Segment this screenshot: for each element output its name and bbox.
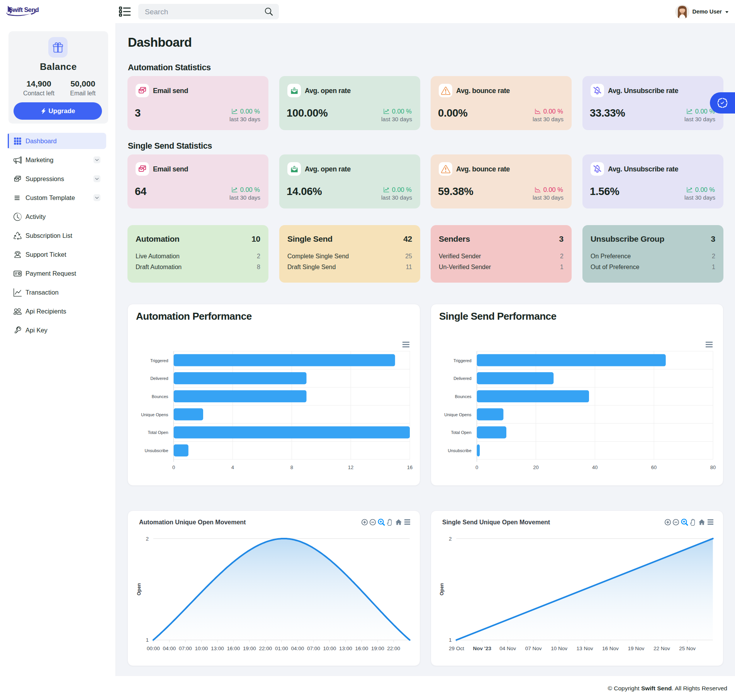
svg-text:80: 80 xyxy=(710,464,716,470)
svg-text:20: 20 xyxy=(533,464,538,470)
svg-text:10:00: 10:00 xyxy=(195,646,208,651)
svg-text:16 Nov: 16 Nov xyxy=(602,646,619,651)
svg-text:Swift Send: Swift Send xyxy=(8,6,39,13)
svg-text:04:00: 04:00 xyxy=(163,646,176,651)
svg-text:10 Nov: 10 Nov xyxy=(551,646,567,651)
svg-text:00:00: 00:00 xyxy=(147,646,160,651)
svg-text:13 Nov: 13 Nov xyxy=(577,646,593,651)
svg-text:19:00: 19:00 xyxy=(243,646,256,651)
svg-text:29 Oct: 29 Oct xyxy=(449,646,464,651)
svg-text:0: 0 xyxy=(475,464,478,470)
svg-text:1: 1 xyxy=(449,637,452,643)
svg-text:10:00: 10:00 xyxy=(323,646,336,651)
svg-text:Unique Opens: Unique Opens xyxy=(141,412,168,417)
svg-text:2: 2 xyxy=(449,536,452,542)
svg-text:Total Open: Total Open xyxy=(451,430,471,435)
svg-text:25 Nov: 25 Nov xyxy=(679,646,696,651)
svg-text:07:00: 07:00 xyxy=(179,646,192,651)
svg-text:22 Nov: 22 Nov xyxy=(654,646,670,651)
svg-text:Triggered: Triggered xyxy=(453,358,472,363)
svg-text:Bounces: Bounces xyxy=(455,394,472,399)
svg-text:0: 0 xyxy=(172,464,175,470)
svg-text:13:00: 13:00 xyxy=(339,646,352,651)
svg-text:Unique Opens: Unique Opens xyxy=(444,412,472,417)
svg-text:13:00: 13:00 xyxy=(211,646,224,651)
svg-text:Delivered: Delivered xyxy=(453,376,471,381)
svg-text:04:00: 04:00 xyxy=(291,646,304,651)
svg-text:Open: Open xyxy=(440,583,445,595)
svg-text:4: 4 xyxy=(231,464,234,470)
svg-text:19:00: 19:00 xyxy=(371,646,384,651)
svg-text:60: 60 xyxy=(651,464,657,470)
svg-text:Nov '23: Nov '23 xyxy=(473,646,492,651)
svg-text:Bounces: Bounces xyxy=(152,394,168,399)
svg-text:07 Nov: 07 Nov xyxy=(525,646,542,651)
svg-text:Unsubscribe: Unsubscribe xyxy=(448,448,471,453)
svg-text:16: 16 xyxy=(407,464,412,470)
svg-text:1: 1 xyxy=(146,637,149,643)
svg-text:8: 8 xyxy=(290,464,293,470)
svg-text:16:00: 16:00 xyxy=(227,646,240,651)
svg-text:Open: Open xyxy=(136,583,142,595)
svg-text:2: 2 xyxy=(146,536,149,542)
svg-text:19 Nov: 19 Nov xyxy=(628,646,644,651)
svg-text:12: 12 xyxy=(348,464,353,470)
svg-text:Triggered: Triggered xyxy=(150,358,168,363)
svg-text:01:00: 01:00 xyxy=(275,646,288,651)
svg-text:07:00: 07:00 xyxy=(307,646,320,651)
svg-text:16:00: 16:00 xyxy=(355,646,368,651)
svg-text:Unsubscribe: Unsubscribe xyxy=(144,448,168,453)
svg-text:40: 40 xyxy=(592,464,598,470)
svg-text:22:00: 22:00 xyxy=(387,646,400,651)
svg-text:Delivered: Delivered xyxy=(150,376,168,381)
svg-text:22:00: 22:00 xyxy=(259,646,272,651)
svg-text:04 Nov: 04 Nov xyxy=(499,646,516,651)
svg-text:Total Open: Total Open xyxy=(148,430,168,435)
